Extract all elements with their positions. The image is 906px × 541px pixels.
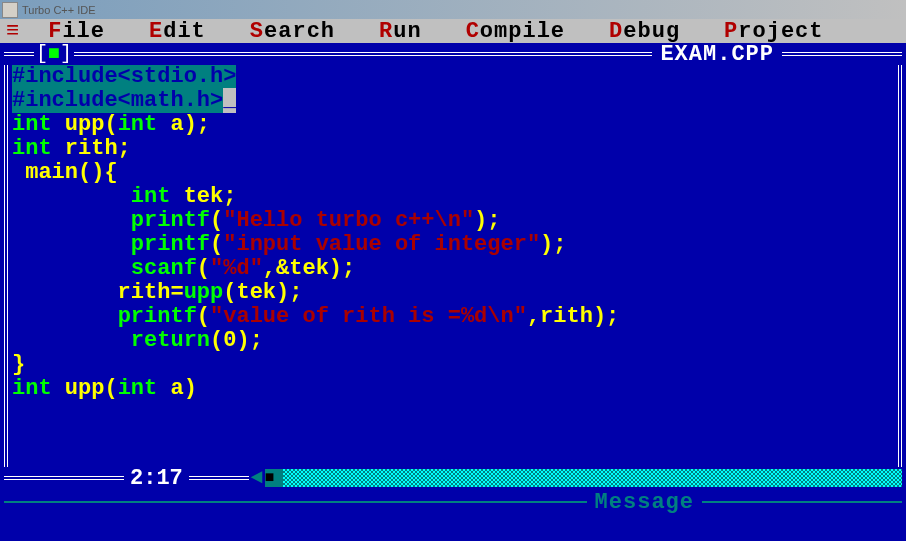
message-titlebar: Message bbox=[4, 491, 902, 513]
horizontal-scrollbar[interactable] bbox=[283, 469, 902, 487]
system-menu-icon[interactable]: ≡ bbox=[6, 19, 20, 44]
code-editor[interactable]: #include<stdio.h> #include<math.h>_ int … bbox=[4, 65, 902, 467]
titlebar-text: Turbo C++ IDE bbox=[22, 4, 96, 16]
scrollbar-thumb[interactable]: ■ bbox=[265, 469, 283, 487]
menu-search[interactable]: Search bbox=[250, 19, 335, 44]
os-titlebar: Turbo C++ IDE bbox=[0, 0, 906, 19]
editor-statusbar: 2:17 ◄ ■ bbox=[4, 467, 902, 489]
menu-run[interactable]: Run bbox=[379, 19, 422, 44]
app-icon bbox=[2, 2, 18, 18]
window-close-button[interactable]: [■] bbox=[34, 44, 74, 64]
workspace: [■] EXAM.CPP #include<stdio.h> #include<… bbox=[0, 43, 906, 541]
editor-filename: EXAM.CPP bbox=[652, 42, 782, 67]
editor-window: [■] EXAM.CPP #include<stdio.h> #include<… bbox=[4, 43, 902, 489]
menu-project[interactable]: Project bbox=[724, 19, 823, 44]
menu-compile[interactable]: Compile bbox=[466, 19, 565, 44]
message-title: Message bbox=[587, 490, 702, 515]
menu-file[interactable]: File bbox=[48, 19, 105, 44]
app-frame: ≡ File Edit Search Run Compile Debug Pro… bbox=[0, 19, 906, 541]
cursor-position: 2:17 bbox=[124, 466, 189, 491]
menubar: ≡ File Edit Search Run Compile Debug Pro… bbox=[0, 19, 906, 43]
scroll-left-icon[interactable]: ◄ bbox=[249, 468, 265, 488]
editor-titlebar: [■] EXAM.CPP bbox=[4, 43, 902, 65]
message-window: Message bbox=[4, 491, 902, 513]
menu-edit[interactable]: Edit bbox=[149, 19, 206, 44]
menu-debug[interactable]: Debug bbox=[609, 19, 680, 44]
